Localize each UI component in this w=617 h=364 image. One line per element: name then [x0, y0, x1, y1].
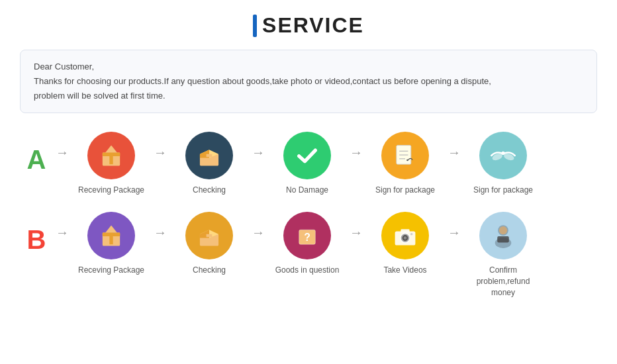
notice-line3: problem will be solved at first time.: [34, 89, 583, 103]
step-icon-document-sign: [381, 132, 429, 179]
notice-box: Dear Customer, Thanks for choosing our p…: [20, 50, 597, 113]
step-icon-person: [479, 212, 527, 259]
arrow-icon: →: [53, 132, 71, 160]
row-label-b: B: [20, 212, 53, 255]
title-text: SERVICE: [262, 13, 364, 38]
step-icon-checkmark: [283, 132, 331, 179]
arrow-icon: →: [445, 132, 463, 160]
arrow-icon: →: [151, 212, 169, 240]
row-label-a: A: [20, 132, 53, 175]
step-label: No Damage: [286, 185, 328, 196]
arrow-icon: →: [347, 212, 365, 240]
step-label: Take Videos: [383, 265, 426, 276]
step-0-4: Sign for package: [463, 132, 543, 196]
step-label: Sign for package: [375, 185, 435, 196]
step-0-3: Sign for package: [365, 132, 445, 196]
svg-marker-21: [105, 226, 117, 233]
step-label: Receving Package: [78, 265, 144, 276]
notice-line2: Thanks for choosing our products.If any …: [34, 74, 583, 89]
arrow-icon: →: [53, 212, 71, 240]
svg-rect-30: [401, 229, 409, 232]
step-icon-camera: [381, 212, 429, 259]
step-icon-package-open: [185, 132, 233, 179]
flow-row-a: A→ Receving Package→ Checking→ No Damage…: [20, 132, 597, 196]
step-icon-handshake: [479, 132, 527, 179]
arrow-icon: →: [347, 132, 365, 160]
arrow-icon: →: [249, 212, 267, 240]
title-accent: [253, 15, 257, 37]
step-1-3: Take Videos: [365, 212, 445, 276]
step-1-2: ? Goods in question: [267, 212, 347, 276]
step-0-0: Receving Package: [71, 132, 151, 196]
svg-marker-3: [105, 146, 117, 153]
arrow-icon: →: [151, 132, 169, 160]
step-label: Checking: [193, 265, 226, 276]
step-1-1: Checking: [169, 212, 249, 276]
step-icon-package-purple: [87, 212, 135, 259]
svg-point-33: [404, 236, 406, 239]
svg-point-37: [499, 226, 507, 234]
step-label: Goods in question: [275, 265, 340, 276]
svg-rect-25: [207, 234, 213, 237]
step-label: Receving Package: [78, 185, 144, 196]
step-label: Confirm problem,refund money: [463, 265, 543, 298]
svg-point-14: [406, 159, 408, 161]
arrow-icon: →: [445, 212, 463, 240]
svg-point-34: [410, 233, 413, 236]
flow-row-b: B→ Receving Package→ Checking→ ? Goods i…: [20, 212, 597, 298]
svg-text:?: ?: [304, 232, 310, 243]
step-0-1: Checking: [169, 132, 249, 196]
step-icon-question-box: ?: [283, 212, 331, 259]
arrow-icon: →: [249, 132, 267, 160]
flow-section: A→ Receving Package→ Checking→ No Damage…: [20, 132, 597, 298]
step-0-2: No Damage: [267, 132, 347, 196]
step-label: Checking: [193, 185, 226, 196]
step-1-4: Confirm problem,refund money: [463, 212, 543, 298]
step-label: Sign for package: [473, 185, 533, 196]
step-icon-package-open-amber: [185, 212, 233, 259]
step-1-0: Receving Package: [71, 212, 151, 276]
step-icon-package-orange: [87, 132, 135, 179]
page-title: SERVICE: [253, 13, 364, 38]
svg-rect-38: [497, 236, 509, 243]
notice-line1: Dear Customer,: [34, 60, 583, 74]
svg-point-17: [501, 152, 504, 155]
svg-rect-7: [207, 154, 213, 157]
